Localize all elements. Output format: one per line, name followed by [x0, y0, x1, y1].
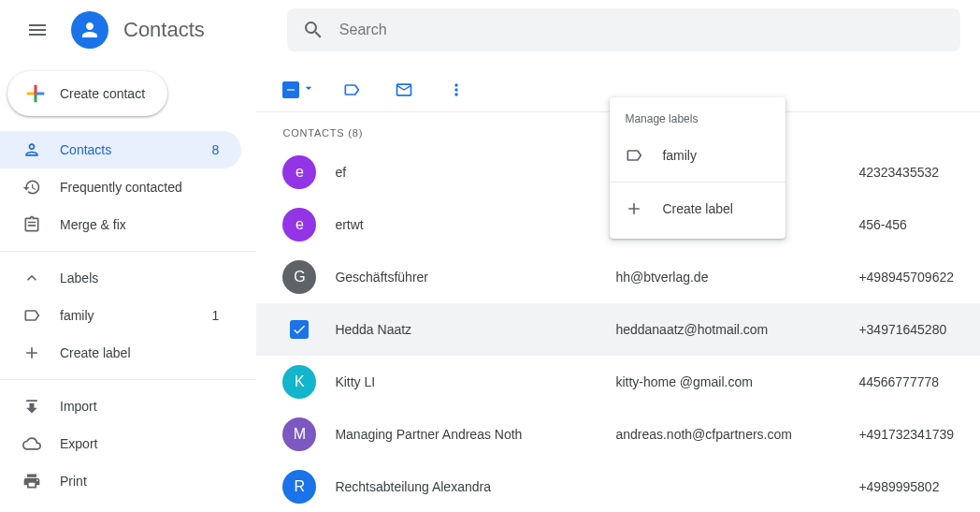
- contact-phone: +498945709622: [858, 270, 954, 285]
- contact-row[interactable]: M Managing Partner Andreas Noth andreas.…: [256, 408, 980, 461]
- app-logo: [71, 11, 108, 49]
- contact-avatar: R: [282, 470, 316, 504]
- print-icon: [22, 472, 41, 490]
- email-icon: [395, 80, 413, 99]
- plus-icon: [625, 199, 643, 218]
- email-button[interactable]: [387, 73, 421, 107]
- contact-phone: 42323435532: [858, 165, 939, 180]
- divider: [610, 182, 785, 183]
- contact-row[interactable]: R Rechtsabteilung Alexandra +4989995802: [256, 461, 980, 512]
- divider: [0, 379, 256, 380]
- search-input[interactable]: [339, 22, 945, 38]
- contact-email: andreas.noth@cfpartners.com: [615, 427, 840, 442]
- contact-name: Kitty LI: [335, 374, 597, 389]
- contact-email: kitty-home @gmail.com: [615, 374, 840, 389]
- sidebar-item-export[interactable]: Export: [0, 425, 241, 462]
- contact-avatar: K: [282, 365, 316, 399]
- sidebar-label-family[interactable]: family 1: [0, 297, 241, 334]
- contact-phone: +4989995802: [858, 479, 939, 494]
- sidebar-item-label: Contacts: [60, 142, 111, 157]
- import-icon: [22, 397, 41, 416]
- label-icon: [625, 146, 643, 165]
- search-bar[interactable]: [287, 8, 960, 51]
- content-area: CONTACTS (8) e ef ewfrwe@ffs.vm 42323435…: [256, 60, 980, 512]
- selection-dropdown-caret: [301, 80, 316, 99]
- plus-icon: [22, 344, 41, 362]
- sidebar-item-label: Merge & fix: [60, 217, 126, 232]
- contact-row[interactable]: K Kitty LI kitty-home @gmail.com 4456677…: [256, 356, 980, 408]
- label-icon: [22, 306, 41, 325]
- contact-phone: 44566777778: [858, 374, 939, 389]
- sidebar-item-print[interactable]: Print: [0, 462, 241, 500]
- app-title: Contacts: [123, 18, 205, 42]
- contact-avatar: M: [282, 417, 316, 451]
- contact-row[interactable]: Hedda Naatz heddanaatz@hotmail.com +3497…: [256, 303, 980, 356]
- menu-button[interactable]: [15, 7, 60, 52]
- plus-multicolor-icon: [22, 80, 49, 107]
- contact-avatar: G: [282, 260, 316, 294]
- contact-email: heddanaatz@hotmail.com: [615, 322, 840, 337]
- contact-phone: +491732341739: [858, 427, 954, 442]
- contact-checkbox[interactable]: [282, 313, 316, 346]
- label-icon: [342, 80, 361, 99]
- chevron-up-icon: [22, 269, 41, 287]
- sidebar-item-label: Frequently contacted: [60, 180, 182, 195]
- contact-avatar: e: [282, 155, 316, 189]
- sidebar: Create contact Contacts 8 Frequently con…: [0, 60, 256, 512]
- contact-row[interactable]: G Geschäftsführer hh@btverlag.de +498945…: [256, 251, 980, 303]
- person-outline-icon: [22, 140, 41, 159]
- sidebar-create-label[interactable]: Create label: [0, 334, 241, 372]
- sidebar-item-frequent[interactable]: Frequently contacted: [0, 168, 241, 206]
- contact-phone: +34971645280: [858, 322, 946, 337]
- contact-name: Managing Partner Andreas Noth: [335, 427, 597, 442]
- contact-avatar: e: [282, 208, 316, 241]
- selection-checkbox-partial: [282, 81, 299, 98]
- create-contact-button[interactable]: Create contact: [7, 71, 167, 116]
- sidebar-item-import[interactable]: Import: [0, 388, 241, 425]
- sidebar-item-contacts[interactable]: Contacts 8: [0, 131, 241, 168]
- label-button[interactable]: [335, 73, 368, 107]
- caret-down-icon: [301, 80, 316, 95]
- more-button[interactable]: [440, 73, 473, 107]
- contact-name: Hedda Naatz: [335, 322, 597, 337]
- manage-labels-dropdown: Manage labels family Create label: [610, 97, 785, 239]
- sidebar-label-text: family: [60, 308, 94, 323]
- export-icon: [22, 434, 41, 453]
- sidebar-item-merge[interactable]: Merge & fix: [0, 206, 241, 243]
- labels-heading[interactable]: Labels: [0, 259, 256, 297]
- selection-indicator[interactable]: [282, 80, 316, 99]
- contact-name: ertwt: [335, 217, 597, 232]
- divider: [0, 251, 256, 252]
- dropdown-create-label[interactable]: Create label: [610, 186, 785, 231]
- contact-phone: 456-456: [858, 217, 906, 232]
- history-icon: [22, 178, 41, 197]
- person-icon: [79, 19, 101, 41]
- contact-name: Geschäftsführer: [335, 270, 597, 285]
- merge-icon: [22, 215, 41, 234]
- hamburger-icon: [26, 19, 49, 41]
- contact-email: hh@btverlag.de: [615, 270, 840, 285]
- search-icon: [302, 19, 324, 41]
- contact-name: ef: [335, 165, 597, 180]
- create-contact-label: Create contact: [60, 86, 145, 101]
- sidebar-label-count: 1: [212, 308, 220, 323]
- dropdown-header: Manage labels: [610, 105, 785, 133]
- more-vert-icon: [447, 80, 466, 99]
- sidebar-item-count: 8: [212, 142, 220, 157]
- dropdown-item-family[interactable]: family: [610, 133, 785, 178]
- contact-name: Rechtsabteilung Alexandra: [335, 479, 597, 494]
